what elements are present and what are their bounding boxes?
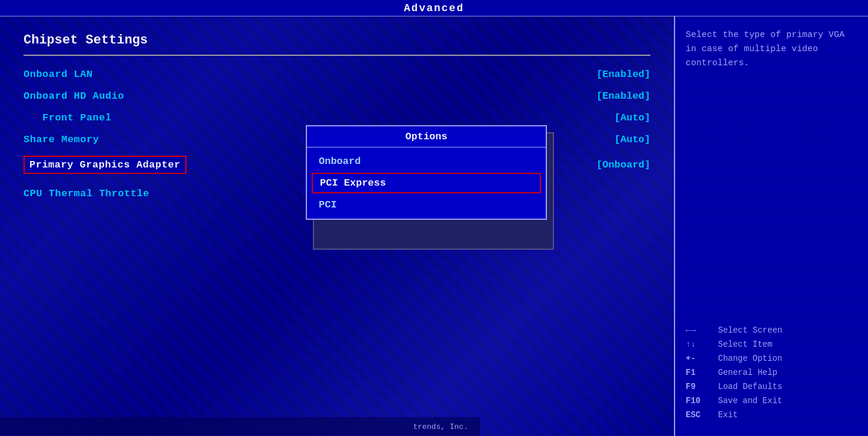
desc-select-screen: Select Screen	[718, 326, 782, 335]
help-key-row-change-option: +- Change Option	[686, 354, 857, 363]
label-onboard-lan: Onboard LAN	[24, 69, 93, 80]
help-description: Select the type of primary VGA in case o…	[686, 28, 857, 71]
option-onboard[interactable]: Onboard	[307, 151, 546, 172]
desc-save-exit: Save and Exit	[718, 396, 782, 405]
divider	[24, 55, 650, 56]
key-f10: F10	[686, 396, 718, 405]
label-primary-graphics: Primary Graphics Adapter	[24, 156, 186, 174]
key-esc: ESC	[686, 410, 718, 420]
value-front-panel: [Auto]	[615, 112, 650, 123]
key-f1: F1	[686, 368, 718, 377]
top-bar-label: Advanced	[404, 2, 464, 14]
section-title: Chipset Settings	[24, 33, 650, 48]
help-key-row-select-item: ↑↓ Select Item	[686, 340, 857, 349]
key-arrows-ud: ↑↓	[686, 340, 718, 349]
value-onboard-lan: [Enabled]	[596, 69, 650, 80]
option-pci[interactable]: PCI	[307, 194, 546, 215]
help-keys: ←→ Select Screen ↑↓ Select Item +- Chang…	[686, 326, 857, 424]
desc-esc: Exit	[718, 410, 738, 420]
label-cpu-throttle: CPU Thermal Throttle	[24, 188, 149, 199]
option-pci-express[interactable]: PCI Express	[312, 173, 541, 193]
key-f9: F9	[686, 382, 718, 391]
help-key-row-esc: ESC Exit	[686, 410, 857, 420]
desc-change-option: Change Option	[718, 354, 782, 363]
desc-general-help: General Help	[718, 368, 777, 377]
help-key-row-general-help: F1 General Help	[686, 368, 857, 377]
setting-row-onboard-lan[interactable]: Onboard LAN [Enabled]	[24, 68, 650, 81]
help-key-row-load-defaults: F9 Load Defaults	[686, 382, 857, 391]
label-share-memory: Share Memory	[24, 134, 99, 145]
options-list: Onboard PCI Express PCI	[307, 147, 546, 219]
options-popup: Options Onboard PCI Express PCI	[306, 125, 547, 220]
value-onboard-hd-audio: [Enabled]	[596, 90, 650, 102]
desc-load-defaults: Load Defaults	[718, 382, 782, 391]
setting-row-front-panel[interactable]: Front Panel [Auto]	[24, 111, 650, 125]
value-primary-graphics: [Onboard]	[596, 159, 650, 170]
help-panel: Select the type of primary VGA in case o…	[674, 16, 868, 436]
options-title: Options	[307, 126, 546, 147]
help-key-row-select-screen: ←→ Select Screen	[686, 326, 857, 335]
footer: trends, Inc.	[0, 417, 480, 436]
main-container: Chipset Settings Onboard LAN [Enabled] O…	[0, 16, 868, 436]
label-front-panel: Front Panel	[42, 112, 112, 123]
help-key-row-save-exit: F10 Save and Exit	[686, 396, 857, 405]
content-area: Chipset Settings Onboard LAN [Enabled] O…	[0, 16, 674, 436]
desc-select-item: Select Item	[718, 340, 772, 349]
key-arrows-lr: ←→	[686, 326, 718, 335]
setting-row-onboard-hd-audio[interactable]: Onboard HD Audio [Enabled]	[24, 89, 650, 103]
key-plus-minus: +-	[686, 354, 718, 363]
label-onboard-hd-audio: Onboard HD Audio	[24, 90, 124, 102]
footer-text: trends, Inc.	[413, 422, 468, 431]
top-bar: Advanced	[0, 0, 868, 16]
options-popup-wrapper: Options Onboard PCI Express PCI	[306, 125, 547, 220]
value-share-memory: [Auto]	[615, 134, 650, 145]
